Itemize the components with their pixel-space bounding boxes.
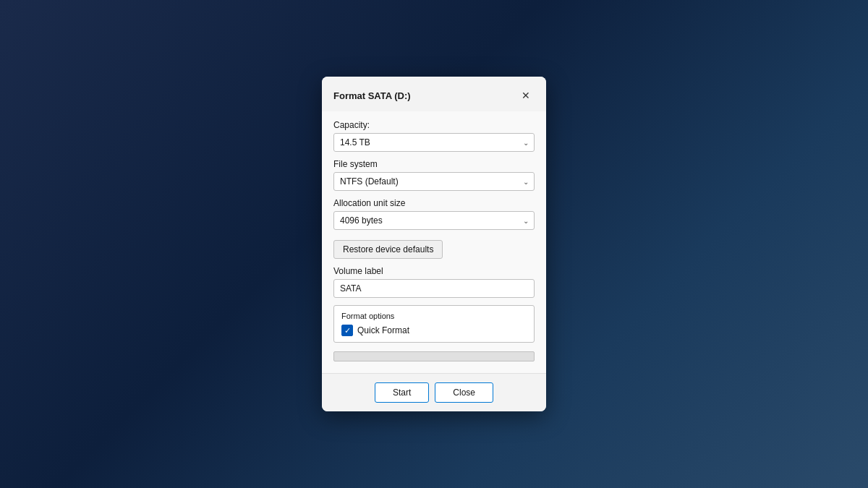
progress-bar-container bbox=[333, 351, 535, 361]
format-options-box: Format options ✓ Quick Format bbox=[333, 305, 535, 343]
dialog-footer: Start Close bbox=[322, 373, 546, 411]
restore-defaults-button[interactable]: Restore device defaults bbox=[333, 240, 443, 259]
checkmark-icon: ✓ bbox=[344, 327, 351, 335]
capacity-select[interactable]: 14.5 TB bbox=[333, 133, 535, 152]
quick-format-row: ✓ Quick Format bbox=[341, 325, 527, 336]
file-system-wrapper: NTFS (Default) FAT32 exFAT ⌄ bbox=[333, 172, 535, 191]
file-system-select[interactable]: NTFS (Default) FAT32 exFAT bbox=[333, 172, 535, 191]
allocation-wrapper: 4096 bytes 512 bytes 1024 bytes 2048 byt… bbox=[333, 211, 535, 230]
allocation-select[interactable]: 4096 bytes 512 bytes 1024 bytes 2048 byt… bbox=[333, 211, 535, 230]
close-button[interactable]: Close bbox=[435, 382, 493, 403]
allocation-label: Allocation unit size bbox=[333, 198, 535, 208]
file-system-label: File system bbox=[333, 159, 535, 169]
format-dialog: Format SATA (D:) ✕ Capacity: 14.5 TB ⌄ F… bbox=[322, 77, 546, 411]
quick-format-checkbox[interactable]: ✓ bbox=[341, 325, 353, 336]
capacity-wrapper: 14.5 TB ⌄ bbox=[333, 133, 535, 152]
volume-label-input[interactable] bbox=[333, 279, 535, 298]
quick-format-label: Quick Format bbox=[357, 325, 409, 335]
volume-label-label: Volume label bbox=[333, 266, 535, 276]
start-button[interactable]: Start bbox=[375, 382, 429, 403]
dialog-title: Format SATA (D:) bbox=[333, 90, 411, 101]
format-options-title: Format options bbox=[341, 312, 527, 320]
titlebar: Format SATA (D:) ✕ bbox=[322, 77, 546, 111]
capacity-label: Capacity: bbox=[333, 120, 535, 130]
close-icon-button[interactable]: ✕ bbox=[517, 87, 535, 104]
dialog-content: Capacity: 14.5 TB ⌄ File system NTFS (De… bbox=[322, 111, 546, 373]
